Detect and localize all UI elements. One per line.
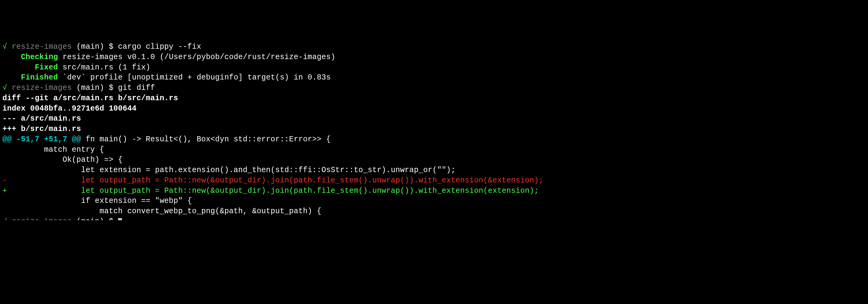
terminal-text: git diff (118, 83, 155, 92)
terminal-text: diff --git a/src/main.rs b/src/main.rs (2, 94, 178, 103)
terminal-text: fn main() -> Result<(), Box<dyn std::err… (81, 135, 331, 144)
terminal-text: - let output_path = Path::new(&output_di… (2, 176, 544, 185)
terminal-line: +++ b/src/main.rs (2, 124, 866, 134)
terminal-text: --- a/src/main.rs (2, 114, 81, 123)
terminal-line: √ resize-images (main) $ git diff (2, 83, 866, 93)
terminal-text: Ok(path) => { (2, 155, 123, 164)
terminal-text: Fixed (2, 63, 63, 72)
terminal-text: Finished (2, 73, 63, 82)
terminal-line: let extension = path.extension().and_the… (2, 165, 866, 175)
terminal-text: √ (2, 217, 11, 220)
terminal-text: resize-images (11, 42, 76, 51)
terminal-text: Checking (2, 53, 63, 61)
terminal-text: (main) $ (76, 42, 118, 51)
terminal-text: +++ b/src/main.rs (2, 125, 81, 133)
terminal-text: (main) $ (76, 83, 118, 92)
terminal-text: resize-images v0.1.0 (/Users/pybob/code/… (63, 53, 336, 61)
cursor (118, 218, 122, 220)
terminal-line: Ok(path) => { (2, 155, 866, 165)
terminal-line: √ resize-images (main) $ cargo clippy --… (2, 42, 866, 52)
terminal-line: match entry { (2, 145, 866, 155)
terminal-line: @@ -51,7 +51,7 @@ fn main() -> Result<()… (2, 134, 866, 145)
terminal-output[interactable]: √ resize-images (main) $ cargo clippy --… (2, 42, 866, 220)
terminal-text: match entry { (2, 145, 104, 154)
terminal-text: + let output_path = Path::new(&output_di… (2, 187, 538, 195)
terminal-line: match convert_webp_to_png(&path, &output… (2, 206, 866, 217)
terminal-text: index 0048bfa..9271e6d 100644 (2, 104, 136, 113)
terminal-line: Finished `dev` profile [unoptimized + de… (2, 73, 866, 83)
terminal-text: √ (2, 83, 11, 92)
terminal-line: Fixed src/main.rs (1 fix) (2, 62, 866, 73)
terminal-text: if extension == "webp" { (2, 196, 192, 205)
terminal-text: resize-images (11, 217, 76, 220)
terminal-line: - let output_path = Path::new(&output_di… (2, 175, 866, 186)
terminal-text: resize-images (11, 83, 76, 92)
terminal-text: (main) $ (76, 217, 118, 220)
terminal-line: index 0048bfa..9271e6d 100644 (2, 104, 866, 114)
terminal-text: √ (2, 42, 11, 51)
terminal-line: --- a/src/main.rs (2, 114, 866, 124)
terminal-prompt-line[interactable]: √ resize-images (main) $ (2, 217, 866, 220)
terminal-text: match convert_webp_to_png(&path, &output… (2, 207, 321, 216)
terminal-line: diff --git a/src/main.rs b/src/main.rs (2, 93, 866, 104)
terminal-line: if extension == "webp" { (2, 196, 866, 206)
terminal-text: `dev` profile [unoptimized + debuginfo] … (63, 73, 331, 82)
terminal-text: let extension = path.extension().and_the… (2, 166, 456, 174)
terminal-text: @@ -51,7 +51,7 @@ (2, 135, 81, 144)
terminal-line: + let output_path = Path::new(&output_di… (2, 186, 866, 196)
terminal-text: cargo clippy --fix (118, 42, 202, 51)
terminal-text: src/main.rs (1 fix) (63, 63, 151, 72)
terminal-line: Checking resize-images v0.1.0 (/Users/py… (2, 52, 866, 62)
